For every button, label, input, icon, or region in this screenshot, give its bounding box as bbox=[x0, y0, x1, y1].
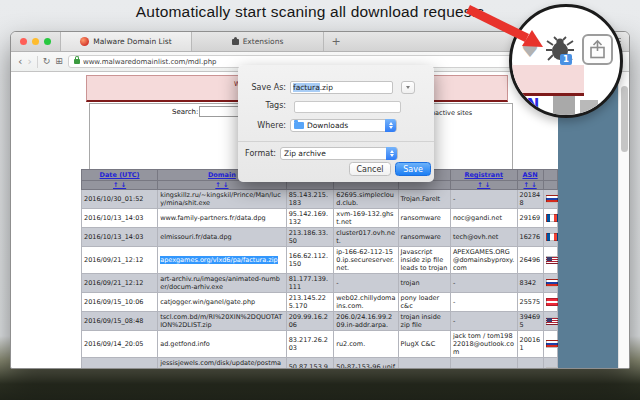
column-header bbox=[543, 170, 557, 181]
flag-cell bbox=[543, 293, 557, 312]
scrollbar-thumb[interactable] bbox=[621, 86, 628, 152]
tab-extensions[interactable]: Extensions bbox=[192, 32, 324, 51]
forward-button[interactable]: › bbox=[27, 56, 31, 67]
ip-cell: 213.145.225.170 bbox=[286, 293, 334, 312]
sort-column-link[interactable]: Registrant bbox=[464, 171, 503, 179]
flag-cell bbox=[543, 331, 557, 358]
domain-cell[interactable]: art-archiv.ru/images/animated-number/doc… bbox=[158, 274, 287, 293]
asn-cell: 200161 bbox=[517, 331, 543, 358]
table-row: 2016/09/15_08:48tscl.com.bd/m/RI%20XIN%2… bbox=[82, 312, 558, 331]
ip-cell: 95.142.169.132 bbox=[286, 209, 334, 228]
domain-cell[interactable]: jessisjewels.com/disk/update/postmaster/… bbox=[158, 358, 287, 370]
domain-cell[interactable]: www.family-partners.fr/data.dpg bbox=[158, 209, 287, 228]
domain-cell[interactable]: catjogger.win/ganel/gate.php bbox=[158, 293, 287, 312]
table-row: 2016/09/14_20:05ad.getfond.info83.217.26… bbox=[82, 331, 558, 358]
sort-arrows-link[interactable]: ↑ ↓ bbox=[113, 181, 126, 189]
flag-cell bbox=[543, 274, 557, 293]
ip-cell: 166.62.112.150 bbox=[286, 247, 334, 274]
registrant-cell: - bbox=[450, 190, 517, 209]
country-flag-fr bbox=[546, 214, 558, 222]
sort-arrows[interactable]: ↑ ↓ bbox=[450, 181, 517, 190]
desc-cell: phishing site bbox=[398, 358, 450, 370]
filename-field[interactable]: factura.zip bbox=[290, 81, 393, 94]
back-button[interactable]: ‹ bbox=[18, 56, 22, 67]
table-row: 2016/10/13_14:03www.family-partners.fr/d… bbox=[82, 209, 558, 228]
filename-extension: .zip bbox=[320, 83, 333, 92]
reload-icon[interactable]: ↻ bbox=[43, 56, 51, 67]
registrant-cell: - bbox=[450, 293, 517, 312]
asn-cell: 25575 bbox=[517, 293, 543, 312]
country-flag-us bbox=[546, 317, 558, 325]
expand-dialog-button[interactable] bbox=[401, 81, 415, 94]
scrollbar-track[interactable] bbox=[618, 72, 629, 368]
magnified-warning-banner bbox=[512, 65, 584, 93]
sort-column-link[interactable]: Domain bbox=[208, 171, 236, 179]
registrant-cell: - bbox=[450, 358, 517, 370]
format-label: Format: bbox=[238, 149, 280, 158]
sort-column-link[interactable]: ASN bbox=[523, 171, 538, 179]
format-popup[interactable]: Zip archive bbox=[280, 147, 398, 160]
asn-cell: 26496 bbox=[517, 247, 543, 274]
flag-cell bbox=[543, 228, 557, 247]
country-flag-ru bbox=[546, 340, 558, 348]
registrant-cell: tech@ovh.net bbox=[450, 228, 517, 247]
date-cell: 2016/10/13_14:03 bbox=[82, 228, 158, 247]
tab-malware-domain-list[interactable]: Malware Domain List bbox=[60, 32, 192, 51]
table-row: 2016/10/13_14:03elmissouri.fr/data.dpg21… bbox=[82, 228, 558, 247]
selected-domain-text[interactable]: apexgames.org/vlxd6/pa/factura.zip bbox=[160, 256, 277, 264]
save-as-label: Save As: bbox=[238, 83, 290, 92]
country-flag-at bbox=[546, 298, 558, 306]
sort-arrows-link[interactable]: ↑ ↓ bbox=[215, 181, 228, 189]
minimize-window-button[interactable] bbox=[32, 38, 39, 45]
inactive-sites-label: nactive sites bbox=[431, 109, 472, 117]
date-cell: 2016/10/13_14:03 bbox=[82, 209, 158, 228]
desc-cell: Javascript inside zip file leads to troj… bbox=[398, 247, 450, 274]
filename-selected-text: factura bbox=[293, 83, 320, 92]
top-sites-icon[interactable]: ⊞ bbox=[55, 56, 63, 67]
save-button[interactable]: Save bbox=[395, 162, 431, 176]
date-cell: 2016/09/15_08:48 bbox=[82, 312, 158, 331]
registrant-cell: APEXGAMES.ORG@domainsbyproxy.com bbox=[450, 247, 517, 274]
asn-cell: 394695 bbox=[517, 312, 543, 331]
date-cell: 2016/09/14_20:05 bbox=[82, 331, 158, 358]
sort-arrows[interactable]: ↑ ↓ bbox=[517, 181, 543, 190]
popup-stepper-icon bbox=[386, 147, 397, 160]
reverse-cell: 62695.simplecloud.club. bbox=[334, 190, 398, 209]
where-popup[interactable]: Downloads bbox=[290, 119, 397, 132]
flag-cell bbox=[543, 190, 557, 209]
extensions-puzzle-icon bbox=[232, 39, 239, 45]
sort-arrows[interactable]: ↑ ↓ bbox=[82, 181, 158, 190]
domain-cell[interactable]: ad.getfond.info bbox=[158, 331, 287, 358]
date-cell: 2016/09/15_10:06 bbox=[82, 293, 158, 312]
registrant-cell: - bbox=[450, 312, 517, 331]
close-window-button[interactable] bbox=[20, 38, 27, 45]
column-header[interactable]: Date (UTC) bbox=[82, 170, 158, 181]
desc-cell: Trojan.FareIt bbox=[398, 190, 450, 209]
column-header[interactable]: ASN bbox=[517, 170, 543, 181]
domain-cell[interactable]: kingskillz.ru/~kingskil/Prince/Man/lucy/… bbox=[158, 190, 287, 209]
window-controls bbox=[11, 32, 60, 51]
cancel-button[interactable]: Cancel bbox=[349, 162, 391, 176]
desc-cell: ransomware bbox=[398, 209, 450, 228]
downloads-folder-icon bbox=[294, 122, 304, 129]
country-flag-us bbox=[546, 256, 558, 264]
sort-arrows-link[interactable]: ↑ ↓ bbox=[477, 181, 490, 189]
date-cell: 2016/09/21_12:12 bbox=[82, 247, 158, 274]
zoom-window-button[interactable] bbox=[44, 38, 51, 45]
new-tab-button[interactable]: + bbox=[324, 32, 348, 51]
table-body: 2016/10/30_01:52kingskillz.ru/~kingskil/… bbox=[82, 190, 558, 370]
domain-cell[interactable]: elmissouri.fr/data.dpg bbox=[158, 228, 287, 247]
format-value: Zip archive bbox=[284, 149, 326, 158]
sort-arrows-link[interactable]: ↑ ↓ bbox=[524, 181, 537, 189]
table-row: 2016/09/21_12:12apexgames.org/vlxd6/pa/f… bbox=[82, 247, 558, 274]
mdl-table: Date (UTC)DomainRegistrantASN ↑ ↓↑ ↓↑ ↓↑… bbox=[81, 169, 558, 369]
column-header[interactable]: Registrant bbox=[450, 170, 517, 181]
flag-cell bbox=[543, 312, 557, 331]
domain-cell[interactable]: tscl.com.bd/m/RI%20XIN%2DQUOTATION%2DLIS… bbox=[158, 312, 287, 331]
sort-arrows bbox=[543, 181, 557, 190]
domain-cell[interactable]: apexgames.org/vlxd6/pa/factura.zip bbox=[158, 247, 287, 274]
tags-input[interactable] bbox=[294, 101, 401, 113]
magnified-gray-block bbox=[553, 96, 575, 118]
url-text: www.malwaredomainlist.com/mdl.php bbox=[83, 58, 217, 66]
sort-column-link[interactable]: Date (UTC) bbox=[100, 171, 140, 179]
